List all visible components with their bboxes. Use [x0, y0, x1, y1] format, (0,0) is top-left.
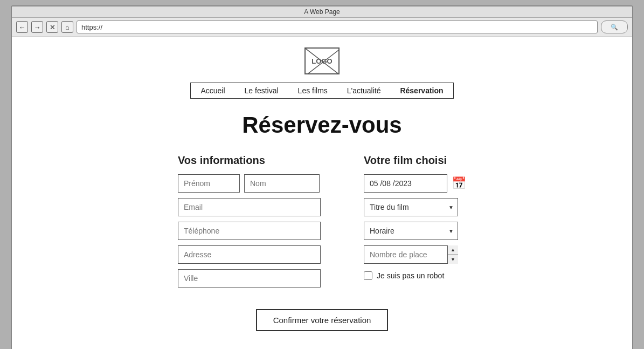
email-row: [178, 198, 321, 216]
forward-button[interactable]: →: [31, 21, 43, 33]
browser-titlebar: A Web Page: [12, 6, 632, 18]
telephone-input[interactable]: [178, 222, 321, 240]
page-title-tab: A Web Page: [304, 8, 340, 16]
film-select-wrapper: Titre du film: [364, 198, 458, 216]
nav-festival[interactable]: Le festival: [235, 83, 288, 98]
logo-text: LOGO: [311, 57, 332, 65]
spin-up-button[interactable]: ▲: [448, 245, 458, 255]
reservation-title: Réservez-vous: [28, 112, 616, 138]
date-input[interactable]: [364, 174, 447, 193]
form-right-column: Votre film choisi 📅 Titre du film: [364, 154, 466, 293]
form-left-column: Vos informations: [178, 154, 321, 293]
left-column-title: Vos informations: [178, 154, 321, 167]
prenom-input[interactable]: [178, 174, 240, 193]
telephone-row: [178, 222, 321, 240]
ville-row: [178, 269, 321, 288]
ville-input[interactable]: [178, 269, 321, 288]
places-input[interactable]: [364, 245, 458, 264]
robot-row: Je suis pas un robot: [364, 271, 466, 280]
form-section: Vos informations: [28, 154, 616, 293]
places-spinner-wrapper: ▲ ▼: [364, 245, 458, 264]
logo-container: LOGO: [28, 47, 616, 74]
browser-window: A Web Page ← → ✕ ⌂ 🔍 LOGO Accueil Le fes…: [11, 5, 633, 349]
horaire-row: Horaire: [364, 222, 466, 240]
confirm-button[interactable]: Confirmer votre réservation: [256, 309, 389, 331]
nav-reservation[interactable]: Réservation: [390, 83, 453, 98]
date-row: 📅: [364, 174, 466, 193]
nav-films[interactable]: Les films: [288, 83, 337, 98]
name-row: [178, 174, 321, 193]
right-column-title: Votre film choisi: [364, 154, 466, 167]
stop-button[interactable]: ✕: [46, 21, 58, 33]
film-select[interactable]: Titre du film: [364, 198, 458, 216]
nav-actualite[interactable]: L'actualité: [337, 83, 391, 98]
logo: LOGO: [304, 47, 340, 74]
browser-toolbar: ← → ✕ ⌂ 🔍: [12, 18, 632, 37]
spin-down-button[interactable]: ▼: [448, 255, 458, 264]
page-content: LOGO Accueil Le festival Les films L'act…: [12, 37, 632, 349]
nav-accueil[interactable]: Accueil: [191, 83, 234, 98]
horaire-select[interactable]: Horaire: [364, 222, 458, 240]
robot-label: Je suis pas un robot: [377, 271, 444, 280]
email-input[interactable]: [178, 198, 321, 216]
navbar: Accueil Le festival Les films L'actualit…: [28, 83, 616, 99]
search-button[interactable]: 🔍: [601, 20, 628, 33]
film-row: Titre du film: [364, 198, 466, 216]
adresse-row: [178, 245, 321, 264]
back-button[interactable]: ←: [16, 21, 28, 33]
robot-checkbox[interactable]: [364, 271, 372, 280]
horaire-select-wrapper: Horaire: [364, 222, 458, 240]
calendar-icon[interactable]: 📅: [452, 176, 466, 190]
adresse-input[interactable]: [178, 245, 321, 264]
spin-buttons: ▲ ▼: [447, 245, 458, 264]
nom-input[interactable]: [244, 174, 320, 193]
address-bar[interactable]: [77, 20, 598, 33]
navbar-inner: Accueil Le festival Les films L'actualit…: [190, 83, 453, 99]
home-button[interactable]: ⌂: [61, 21, 73, 33]
confirm-section: Confirmer votre réservation: [28, 309, 616, 331]
places-row: ▲ ▼: [364, 245, 466, 264]
